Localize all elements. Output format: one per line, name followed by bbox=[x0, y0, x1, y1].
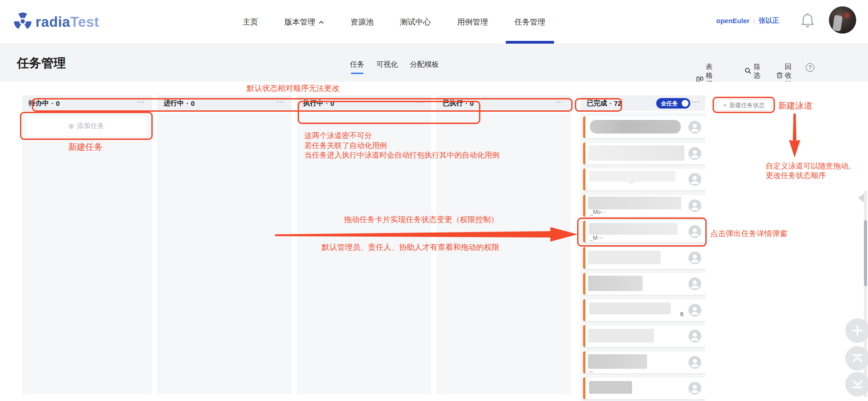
toggle-label: 全任务 bbox=[661, 100, 678, 108]
nav-item-resource-pool[interactable]: 资源池 bbox=[337, 0, 387, 44]
all-tasks-toggle[interactable]: 全任务 bbox=[656, 98, 690, 109]
nav-item-label: 主页 bbox=[243, 17, 258, 27]
annotation-detail-note: 点击弹出任务详情弹窗 bbox=[710, 228, 788, 239]
column-header-in-progress[interactable]: 进行中 · 0 ⋯ bbox=[157, 95, 292, 111]
search-icon bbox=[744, 67, 752, 76]
column-count: 0 bbox=[56, 99, 60, 107]
task-card[interactable] bbox=[583, 116, 705, 138]
card-text-fragment: ⋯ bbox=[629, 179, 634, 186]
task-card-highlighted[interactable]: _M⋯ bbox=[583, 221, 705, 243]
notification-bell-icon[interactable] bbox=[801, 12, 814, 30]
nav-item-test-center[interactable]: 测试中心 bbox=[387, 0, 444, 44]
user-avatar[interactable] bbox=[829, 6, 856, 34]
add-task-button[interactable]: ⊕ 添加任务 bbox=[26, 116, 146, 136]
redacted-text-blob bbox=[589, 302, 671, 314]
column-body-todo bbox=[22, 113, 152, 394]
column-title: 执行中 bbox=[303, 99, 324, 108]
redacted-text-blob bbox=[588, 145, 684, 161]
help-icon[interactable]: ? bbox=[806, 63, 814, 72]
task-card[interactable] bbox=[583, 377, 705, 399]
user-info[interactable]: openEuler | 张以正 bbox=[716, 16, 779, 25]
assignee-avatar-icon bbox=[688, 199, 701, 212]
trash-icon bbox=[776, 71, 783, 80]
brand-name-primary: radia bbox=[35, 14, 70, 30]
add-floating-button[interactable] bbox=[845, 318, 868, 343]
redacted-text-blob bbox=[589, 223, 678, 235]
new-status-label: 新建任务状态 bbox=[729, 101, 765, 109]
assignee-avatar-icon bbox=[688, 277, 701, 290]
column-header-executing[interactable]: 执行中 · 0 ⋯ bbox=[297, 95, 431, 111]
more-icon[interactable]: ⋯ bbox=[555, 97, 564, 107]
nav-item-label: 用例管理 bbox=[457, 17, 488, 27]
drag-direction-arrow bbox=[275, 226, 579, 243]
tab-tasks[interactable]: 任务 bbox=[350, 60, 364, 74]
column-title: 待办中 bbox=[29, 99, 49, 108]
redacted-text-blob bbox=[588, 197, 681, 209]
nav-item-task-management[interactable]: 任务管理 bbox=[501, 0, 559, 44]
column-header-executed[interactable]: 已执行 · 0 ⋯ bbox=[436, 95, 571, 111]
task-card[interactable] bbox=[583, 325, 705, 347]
assignee-avatar-icon bbox=[688, 330, 701, 342]
nav-item-label: 任务管理 bbox=[514, 17, 545, 27]
annotation-lane-note: 这两个泳道密不可分 若任务关联了自动化用例 当任务进入执行中泳道时会自动打包执行… bbox=[304, 131, 499, 160]
help-glyph: ? bbox=[808, 64, 812, 71]
redacted-text-blob bbox=[589, 381, 632, 394]
redacted-text-blob bbox=[590, 120, 681, 134]
card-text-fragment: _M⋯ bbox=[590, 235, 603, 241]
annotation-order-note: 默认状态相对顺序无法更改 bbox=[247, 83, 339, 94]
more-icon[interactable]: ⋯ bbox=[137, 97, 145, 107]
filter-button[interactable]: 筛选 bbox=[744, 63, 760, 80]
new-task-status-button[interactable]: + 新建任务状态 bbox=[716, 99, 772, 111]
column-dot: · bbox=[465, 99, 468, 107]
main-nav: 主页 版本管理 资源池 测试中心 用例管理 任务管理 bbox=[229, 0, 559, 44]
column-count: 0 bbox=[330, 99, 334, 107]
plus-circle-icon: ⊕ bbox=[69, 122, 75, 130]
more-icon[interactable]: ⋯ bbox=[416, 97, 424, 107]
brand-logo[interactable]: radiaTest bbox=[13, 11, 99, 33]
brand-name-secondary: Test bbox=[70, 14, 99, 30]
chevron-up-icon bbox=[851, 351, 864, 365]
scrollbar-thumb[interactable] bbox=[864, 220, 867, 286]
column-count: 0 bbox=[191, 99, 195, 107]
user-org: openEuler bbox=[716, 17, 749, 25]
redacted-text-blob bbox=[588, 276, 643, 291]
task-card[interactable] bbox=[583, 143, 705, 164]
task-card[interactable]: ⋯ bbox=[583, 168, 705, 190]
annotation-permission-note: 默认管理员、责任人、协助人才有查看和拖动的权限 bbox=[322, 242, 499, 252]
column-count: 72 bbox=[614, 99, 622, 107]
radiation-logo-icon bbox=[13, 11, 33, 33]
annotation-new-lane-note: 新建泳道 bbox=[778, 100, 813, 112]
column-header-todo[interactable]: 待办中 · 0 ⋯ bbox=[22, 95, 152, 111]
plus-icon: + bbox=[723, 102, 727, 109]
annotation-custom-lane-line2: 更改任务状态顺序 bbox=[766, 171, 850, 180]
annotation-lane-note-line3: 当任务进入执行中泳道时会自动打包执行其中的自动化用例 bbox=[304, 150, 499, 160]
more-icon[interactable]: ⋯ bbox=[276, 97, 284, 107]
nav-item-version-management[interactable]: 版本管理 bbox=[271, 0, 337, 44]
tab-assignment-template[interactable]: 分配模板 bbox=[410, 60, 439, 74]
user-divider: | bbox=[753, 17, 755, 25]
nav-item-home[interactable]: 主页 bbox=[229, 0, 271, 44]
view-tabs: 任务 可视化 分配模板 bbox=[350, 60, 439, 74]
column-title: 进行中 bbox=[164, 99, 184, 108]
column-dot: · bbox=[186, 99, 189, 107]
annotation-lane-note-line2: 若任务关联了自动化用例 bbox=[304, 141, 499, 151]
nav-item-label: 版本管理 bbox=[284, 17, 315, 27]
nav-item-case-management[interactable]: 用例管理 bbox=[444, 0, 501, 44]
task-card[interactable]: 6 bbox=[583, 299, 705, 321]
redacted-text-blob bbox=[588, 251, 661, 264]
assignee-avatar-icon bbox=[688, 304, 701, 317]
task-card[interactable]: _Mo⋯ bbox=[583, 195, 705, 217]
tab-visualization[interactable]: 可视化 bbox=[376, 60, 398, 74]
task-card[interactable] bbox=[583, 273, 705, 295]
task-card[interactable]: _ bbox=[583, 351, 705, 373]
task-card[interactable] bbox=[583, 247, 705, 269]
nav-item-label: 资源池 bbox=[350, 17, 374, 27]
plus-icon bbox=[851, 324, 864, 337]
column-dot: · bbox=[609, 99, 612, 107]
column-dot: · bbox=[51, 99, 54, 107]
annotation-custom-lane-line1: 自定义泳道可以随意拖动, bbox=[766, 161, 850, 171]
scroll-to-bottom-button[interactable] bbox=[845, 372, 868, 396]
scroll-to-top-button[interactable] bbox=[845, 346, 868, 371]
more-icon[interactable]: ⋯ bbox=[692, 97, 700, 107]
column-header-completed[interactable]: 已完成 · 72 全任务 ⋯ bbox=[580, 95, 705, 111]
